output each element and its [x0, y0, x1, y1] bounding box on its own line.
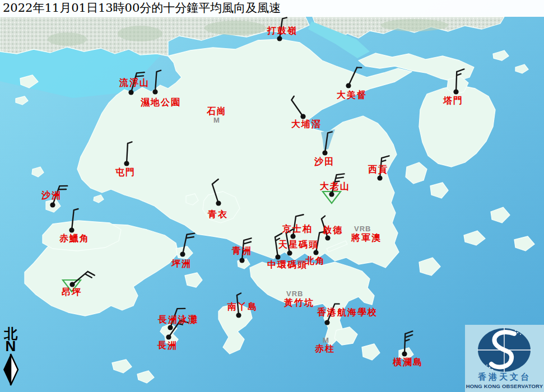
- station-label: 將軍澳: [351, 234, 382, 242]
- station-label: 香港航海學校: [317, 308, 378, 317]
- north-compass: 北 N: [1, 327, 20, 389]
- station-label: 昂坪: [62, 288, 82, 297]
- hko-logo-icon: [465, 325, 544, 373]
- station-label: 赤柱: [315, 344, 335, 353]
- north-label-en: N: [1, 340, 20, 352]
- station-label: 南丫島: [227, 302, 258, 311]
- station-label: 流浮山: [119, 78, 150, 87]
- weather-map-page: 打鼓嶺流浮山濕地公園大美督塔門石崗M大埔滘沙田屯門西貢沙洲大老山青衣赤鱲角京士柏…: [0, 0, 544, 392]
- station-label: 西貢: [368, 165, 388, 174]
- station-label: 橫瀾島: [393, 358, 423, 367]
- station-label: 沙洲: [41, 191, 62, 200]
- station-label: 青洲: [232, 246, 252, 255]
- station-label: 赤鱲角: [59, 234, 90, 243]
- station-status-text: M: [323, 337, 329, 344]
- hko-name-zh: 香港天文台: [465, 373, 544, 381]
- station-label: 青衣: [208, 210, 228, 219]
- station-label: 中環碼頭: [267, 260, 308, 269]
- station-label: 啟德: [323, 226, 343, 235]
- station-label: 天星碼頭: [278, 240, 319, 249]
- station-label: 沙田: [314, 157, 334, 166]
- station-label: 打鼓嶺: [267, 26, 297, 35]
- station-label: 大埔滘: [291, 120, 322, 129]
- station-label: 長洲泳灘: [158, 315, 198, 324]
- station-label: 長洲: [157, 341, 178, 350]
- north-arrow-icon: [1, 352, 20, 387]
- station-label: 大老山: [320, 182, 350, 191]
- station-label: 黃竹坑: [284, 298, 314, 307]
- hko-name-en: HONG KONG OBSERVATORY: [465, 384, 544, 389]
- hko-logo: 香港天文台 HONG KONG OBSERVATORY: [465, 325, 544, 392]
- station-label: 北角: [305, 256, 326, 265]
- station-label: 大美督: [337, 91, 367, 100]
- station-label: 坪洲: [171, 259, 192, 268]
- station-status-text: M: [213, 116, 220, 124]
- station-label: 濕地公園: [141, 98, 181, 107]
- station-status-text: VRB: [286, 290, 303, 297]
- station-status-text: VRB: [354, 225, 371, 232]
- map-title: 2022年11月01日13時00分的十分鐘平均風向及風速: [0, 0, 544, 17]
- station-label: 塔門: [443, 96, 463, 105]
- station-label: 石崗: [207, 107, 227, 116]
- station-label: 屯門: [115, 168, 136, 177]
- station-label: 京士柏: [282, 225, 313, 234]
- hong-kong-basemap: [0, 0, 544, 392]
